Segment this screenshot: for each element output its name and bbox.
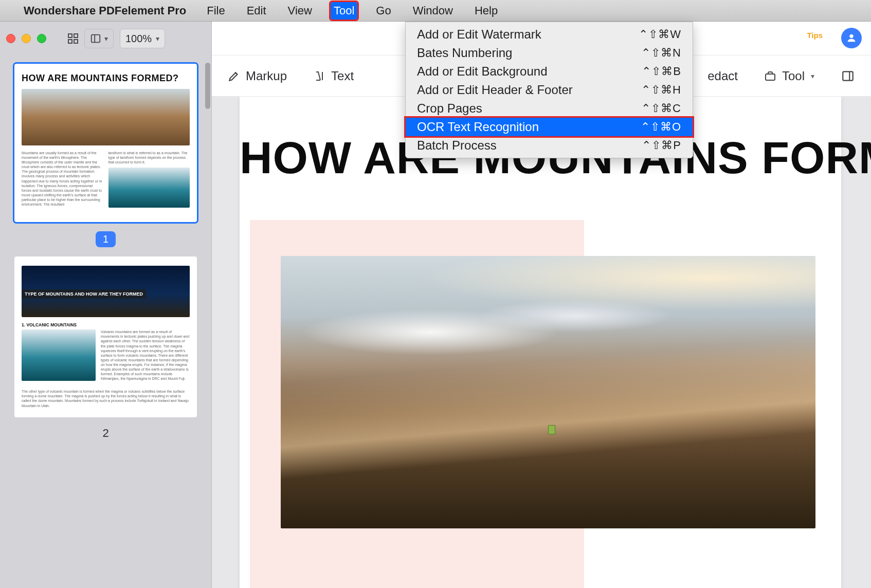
thumb2-subhead: TYPE OF MOUNTAINS AND HOW ARE THEY FORME… [22, 289, 146, 299]
thumbnail-panel: HOW ARE MOUNTAINS FORMED? Mountains are … [0, 56, 211, 588]
dd-batch[interactable]: Batch Process⌃⇧⌘P [406, 136, 693, 155]
toolbox-icon [764, 69, 777, 83]
window-titlebar: ▾ 100% ▾ [0, 22, 211, 56]
thumb1-col2: landform is what is referred to as a mou… [108, 151, 190, 213]
sidebar-scrollbar[interactable] [205, 63, 210, 109]
dd-label: Bates Numbering [417, 46, 512, 60]
thumbnail-page-1[interactable]: HOW ARE MOUNTAINS FORMED? Mountains are … [14, 64, 197, 222]
text-tool[interactable]: Text [313, 69, 354, 83]
menu-help[interactable]: Help [471, 2, 501, 20]
zoom-window-button[interactable] [37, 34, 46, 43]
chevron-down-icon: ▾ [104, 34, 108, 43]
close-window-button[interactable] [6, 34, 15, 43]
dd-bates[interactable]: Bates Numbering⌃⇧⌘N [406, 44, 693, 62]
menu-go[interactable]: Go [373, 2, 394, 20]
app-name: Wondershare PDFelement Pro [24, 4, 186, 17]
minimize-window-button[interactable] [22, 34, 31, 43]
dd-label: Batch Process [417, 138, 497, 153]
dd-shortcut: ⌃⇧⌘N [641, 46, 681, 60]
menu-file[interactable]: File [204, 2, 228, 20]
menu-window[interactable]: Window [410, 2, 456, 20]
chevron-down-icon: ▾ [811, 72, 814, 80]
tool-dropdown: Add or Edit Watermark⌃⇧⌘W Bates Numberin… [405, 22, 693, 158]
sidebar-view-toggle[interactable]: ▾ [84, 29, 114, 48]
svg-rect-7 [766, 74, 775, 80]
dd-watermark[interactable]: Add or Edit Watermark⌃⇧⌘W [406, 25, 693, 44]
thumb2-side-image [22, 329, 96, 381]
svg-rect-1 [74, 34, 78, 38]
hero-mountain-image [281, 256, 815, 528]
dd-shortcut: ⌃⇧⌘C [641, 102, 681, 115]
dd-label: Add or Edit Background [417, 64, 548, 79]
text-label: Text [331, 69, 354, 83]
dd-background[interactable]: Add or Edit Background⌃⇧⌘B [406, 62, 693, 81]
dd-shortcut: ⌃⇧⌘O [641, 120, 681, 134]
account-avatar[interactable] [841, 28, 862, 48]
dd-shortcut: ⌃⇧⌘P [642, 139, 681, 152]
tips-badge: Tips [807, 31, 823, 40]
svg-point-6 [849, 34, 853, 38]
dd-crop[interactable]: Crop Pages⌃⇧⌘C [406, 99, 693, 118]
dd-header-footer[interactable]: Add or Edit Header & Footer⌃⇧⌘H [406, 81, 693, 99]
redact-tool[interactable]: edact [707, 69, 738, 83]
dd-ocr[interactable]: OCR Text Recognition⌃⇧⌘O [406, 118, 693, 136]
document-viewport[interactable]: 123 HOW ARE MOUNTAINS FORMED? [212, 97, 871, 588]
zoom-select[interactable]: 100% ▾ [120, 29, 165, 48]
dd-label: OCR Text Recognition [417, 120, 539, 134]
thumb2-body: Volcanic mountains are formed as a resul… [101, 329, 190, 386]
thumb1-hero-image [22, 89, 190, 145]
menu-tool[interactable]: Tool [331, 2, 357, 20]
annotation-marker[interactable] [548, 425, 555, 434]
svg-rect-4 [92, 35, 100, 43]
thumb2-foot: The other type of volcanic mountain is f… [22, 389, 190, 408]
markup-tool[interactable]: Markup [227, 69, 287, 83]
thumbnail-page-2[interactable]: TYPE OF MOUNTAINS AND HOW ARE THEY FORME… [14, 256, 197, 417]
thumb1-title: HOW ARE MOUNTAINS FORMED? [22, 73, 190, 84]
chevron-down-icon: ▾ [156, 34, 159, 43]
thumb1-lake-image [108, 168, 190, 208]
zoom-value: 100% [125, 33, 152, 45]
dd-shortcut: ⌃⇧⌘H [641, 83, 681, 97]
page-canvas: 123 HOW ARE MOUNTAINS FORMED? [240, 97, 841, 588]
markup-label: Markup [246, 69, 287, 83]
dd-label: Add or Edit Header & Footer [417, 83, 573, 97]
tool-label: Tool [782, 69, 805, 83]
thumbnails-sidebar: ▾ 100% ▾ HOW ARE MOUNTAINS FORMED? Mount… [0, 22, 212, 588]
thumb1-col1: Mountains are usually formed as a result… [22, 151, 103, 213]
redact-label: edact [707, 69, 738, 83]
tool-dropdown-button[interactable]: Tool ▾ [764, 69, 814, 83]
thumb2-page-num: 2 [14, 427, 197, 440]
dd-label: Crop Pages [417, 101, 482, 116]
svg-rect-8 [843, 71, 853, 80]
dd-shortcut: ⌃⇧⌘B [642, 65, 681, 78]
thumb1-page-badge: 1 [14, 231, 197, 247]
thumb2-section: 1. VOLCANIC MOUNTAINS [22, 322, 190, 327]
svg-rect-2 [68, 40, 72, 43]
highlighter-icon [227, 69, 241, 83]
menu-edit[interactable]: Edit [244, 2, 269, 20]
text-cursor-icon [313, 69, 326, 83]
thumbnails-grid-icon[interactable] [66, 31, 80, 46]
thumb2-hero-image: TYPE OF MOUNTAINS AND HOW ARE THEY FORME… [22, 266, 190, 317]
menu-view[interactable]: View [285, 2, 315, 20]
macos-menubar: Wondershare PDFelement Pro File Edit Vie… [0, 0, 871, 22]
right-panel-toggle-icon[interactable] [840, 69, 856, 83]
traffic-lights [6, 34, 46, 43]
dd-shortcut: ⌃⇧⌘W [639, 28, 681, 41]
dd-label: Add or Edit Watermark [417, 27, 541, 42]
svg-rect-3 [74, 40, 78, 43]
svg-rect-0 [68, 34, 72, 38]
